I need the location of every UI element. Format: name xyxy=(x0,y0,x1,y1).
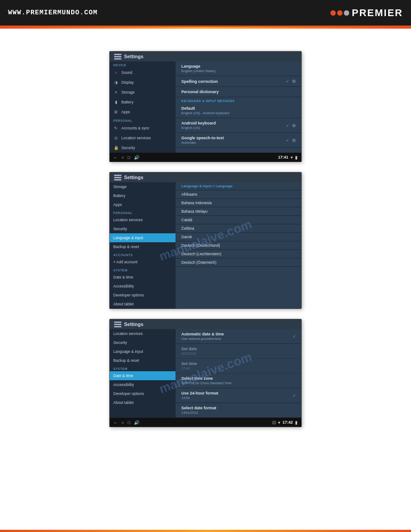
24hour-title: Use 24-hour format xyxy=(181,391,218,395)
sidebar-item-battery[interactable]: ▮ Battery xyxy=(110,97,176,107)
settings-titlebar-3: Settings xyxy=(110,319,301,329)
sidebar-item-accounts[interactable]: ↻ Accounts & sync xyxy=(110,123,176,133)
sidebar-item-sound[interactable]: ♪ Sound xyxy=(110,68,176,77)
apps-icon: ⊞ xyxy=(113,109,119,115)
language-title: Language xyxy=(181,64,296,69)
sidebar-item-storage-2[interactable]: Storage xyxy=(110,182,176,191)
sidebar-backup-label-3: Backup & reset xyxy=(113,358,139,363)
sidebar-item-security[interactable]: 🔒 Security xyxy=(110,143,176,153)
settings-sidebar-3: Location services Security Language & in… xyxy=(110,329,176,418)
timezone-sub: GMT+08:00 China Standard Time xyxy=(181,381,296,385)
android-keyboard-sub: English (US) xyxy=(181,126,216,130)
logo-dot-2 xyxy=(337,10,342,16)
sidebar-section-device: DEVICE xyxy=(110,61,176,68)
sidebar-item-storage[interactable]: ≡ Storage xyxy=(110,87,176,97)
settings-titlebar-1: Settings xyxy=(110,51,301,61)
accounts-icon: ↻ xyxy=(113,125,119,131)
settings-item-language[interactable]: Language English (United States) xyxy=(176,61,301,76)
settings-item-set-date: Set date 3/13/2012 xyxy=(176,344,301,359)
sidebar-item-location-3[interactable]: Location services xyxy=(110,329,176,338)
android-screen-3: Settings Location services Security Lang… xyxy=(110,319,301,427)
page-header: WWW.PREMIERMUNDO.COM PREMIER xyxy=(0,0,411,27)
date-format-title: Select date format xyxy=(181,406,296,410)
screenshot-2: manualaive.com Settings Storage Battery xyxy=(109,172,302,309)
sidebar-apps-label: Apps xyxy=(113,202,122,207)
recent-icon-3[interactable]: □ xyxy=(128,420,130,425)
sidebar-item-location[interactable]: ◎ Location services xyxy=(110,133,176,143)
sidebar-add-account-label: + Add account xyxy=(113,260,137,264)
settings-item-default[interactable]: Default English (US) - Android keyboard xyxy=(176,103,301,118)
wifi-icon-3: ▾ xyxy=(278,420,280,425)
sidebar-personal-label: PERSONAL xyxy=(110,209,176,215)
lang-item-bahasa-melayu[interactable]: Bahasa Melayu xyxy=(176,207,301,216)
settings-icon-2 xyxy=(114,175,121,180)
bottom-gradient-line xyxy=(0,530,411,532)
volume-icon-3[interactable]: 🔊 xyxy=(134,420,139,425)
sidebar-item-security-3[interactable]: Security xyxy=(110,338,176,347)
settings-sidebar-1: DEVICE ♪ Sound ◑ Display ≡ Storage ▮ xyxy=(110,61,176,153)
home-icon-3[interactable]: ○ xyxy=(121,420,124,425)
statusbar-1: ← ○ □ 🔊 17:41 ▾ ▮ xyxy=(110,153,301,162)
volume-icon[interactable]: 🔊 xyxy=(134,155,139,160)
spelling-adjust-icon: ⚙ xyxy=(292,79,296,84)
settings-item-date-format[interactable]: Select date format 13/01/2012 xyxy=(176,403,301,418)
back-icon-3[interactable]: ← xyxy=(113,420,118,425)
lang-list-header: Language & Input > Language xyxy=(176,182,301,190)
battery-icon: ▮ xyxy=(113,99,119,105)
google-speech-check-icon: ✓ xyxy=(286,138,289,143)
sidebar-item-add-account[interactable]: + Add account xyxy=(110,257,176,266)
settings-item-spelling[interactable]: Spelling correction ✓ ⚙ xyxy=(176,76,301,87)
sidebar-location-label-3: Location services xyxy=(113,331,143,336)
sidebar-item-language-2[interactable]: Language & input xyxy=(110,233,176,242)
sidebar-item-datetime-3[interactable]: Date & time xyxy=(110,371,176,380)
auto-datetime-sub: Use network-provided time xyxy=(181,337,224,341)
recent-icon[interactable]: □ xyxy=(128,155,130,160)
sidebar-item-backup-3[interactable]: Backup & reset xyxy=(110,356,176,365)
lang-item-catala[interactable]: Català xyxy=(176,216,301,224)
settings-sidebar-2: Storage Battery Apps PERSONAL Location s… xyxy=(110,182,176,309)
settings-item-google-speech[interactable]: Google speech-to-text Automatic ✓ ⚙ xyxy=(176,133,301,148)
home-icon[interactable]: ○ xyxy=(121,155,124,160)
sidebar-item-battery-label: Battery xyxy=(121,100,133,104)
lang-item-dansk[interactable]: Dansk xyxy=(176,233,301,241)
sidebar-item-language-3[interactable]: Language & input xyxy=(110,347,176,356)
logo-dot-3 xyxy=(344,10,349,16)
sidebar-item-developer-3[interactable]: Developer options xyxy=(110,389,176,398)
sidebar-item-accessibility-3[interactable]: Accessibility xyxy=(110,380,176,389)
google-speech-title: Google speech-to-text xyxy=(181,136,224,140)
lang-item-cestina[interactable]: Čeština xyxy=(176,224,301,233)
sidebar-item-battery-2[interactable]: Battery xyxy=(110,191,176,200)
sidebar-item-display-label: Display xyxy=(121,80,134,85)
settings-item-personal-dict[interactable]: Personal dictionary xyxy=(176,87,301,97)
sidebar-item-display[interactable]: ◑ Display xyxy=(110,77,176,87)
android-keyboard-adjust-icon: ⚙ xyxy=(292,123,296,128)
header-url: WWW.PREMIERMUNDO.COM xyxy=(8,9,98,17)
sidebar-item-about-2[interactable]: About tablet xyxy=(110,300,176,309)
sidebar-item-about-3[interactable]: About tablet xyxy=(110,398,176,407)
sidebar-item-apps[interactable]: ⊞ Apps xyxy=(110,107,176,117)
sidebar-item-backup-2[interactable]: Backup & reset xyxy=(110,242,176,251)
settings-title-2: Settings xyxy=(124,175,143,180)
auto-datetime-title: Automatic date & time xyxy=(181,332,224,336)
settings-item-24hour[interactable]: Use 24-hour format 13:00 ✓ xyxy=(176,388,301,403)
lang-item-bahasa-indonesia[interactable]: Bahasa Indonesia xyxy=(176,199,301,207)
sidebar-location-label: Location services xyxy=(113,218,143,222)
back-icon[interactable]: ← xyxy=(113,155,118,160)
settings-item-auto-datetime[interactable]: Automatic date & time Use network-provid… xyxy=(176,329,301,344)
sidebar-item-date-2[interactable]: Date & time xyxy=(110,273,176,282)
lang-item-deutsch-at[interactable]: Deutsch (Österreich) xyxy=(176,258,301,267)
lang-item-afrikaans[interactable]: Afrikaans xyxy=(176,190,301,199)
sidebar-item-location-2[interactable]: Location services xyxy=(110,215,176,224)
sidebar-developer-label: Developer options xyxy=(113,293,144,297)
lang-item-deutsch-li[interactable]: Deutsch (Liechtenstein) xyxy=(176,250,301,258)
lang-item-deutsch-de[interactable]: Deutsch (Deutschland) xyxy=(176,241,301,250)
settings-item-timezone[interactable]: Select time zone GMT+08:00 China Standar… xyxy=(176,373,301,388)
sidebar-item-apps-2[interactable]: Apps xyxy=(110,200,176,209)
settings-item-android-keyboard[interactable]: Android keyboard English (US) ✓ ⚙ xyxy=(176,118,301,133)
sidebar-item-accessibility-2[interactable]: Accessibility xyxy=(110,282,176,291)
battery-status-icon-1: ▮ xyxy=(295,155,298,160)
spelling-title: Spelling correction xyxy=(181,79,218,84)
sidebar-system-label-3: SYSTEM xyxy=(110,365,176,371)
sidebar-item-security-2[interactable]: Security xyxy=(110,224,176,233)
sidebar-item-developer-2[interactable]: Developer options xyxy=(110,291,176,300)
